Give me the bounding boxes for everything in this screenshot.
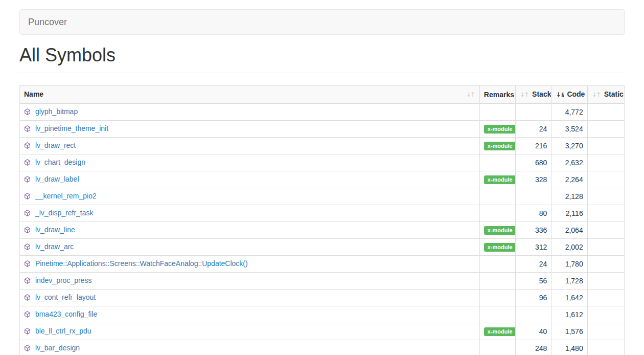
cube-icon [24, 226, 31, 236]
remarks-cell [479, 273, 515, 290]
column-label-name: Name [24, 90, 43, 98]
symbol-link[interactable]: glyph_bitmap [35, 107, 78, 116]
symbol-link[interactable]: bma423_config_file [35, 310, 97, 318]
symbol-link[interactable]: lv_draw_label [35, 175, 79, 183]
static-value [587, 121, 624, 138]
table-row: lv_draw_line x-module 336 2,064 [20, 222, 625, 239]
remarks-cell [479, 188, 515, 205]
code-value: 4,772 [551, 103, 587, 121]
sort-up-down-icon: ↓↑ [466, 90, 475, 100]
static-value [587, 273, 624, 290]
symbol-link[interactable]: _lv_disp_refr_task [35, 209, 94, 217]
name-cell: ble_ll_ctrl_rx_pdu [20, 323, 480, 340]
symbols-table: Name ↓↑ Remarks ↓↑ Stack ↓za Code ↓↑ Sta… [19, 85, 625, 355]
table-row: Pinetime::Applications::Screens::WatchFa… [20, 256, 625, 273]
x-module-badge: x-module [484, 125, 516, 134]
navbar-brand-link[interactable]: Puncover [20, 10, 75, 34]
name-cell: lv_draw_label [20, 171, 480, 188]
symbol-link[interactable]: lv_pinetime_theme_init [35, 124, 108, 132]
column-header-static[interactable]: ↓↑ Static [587, 86, 624, 104]
name-cell: lv_draw_rect [20, 138, 480, 154]
x-module-badge: x-module [484, 327, 516, 336]
cube-icon [24, 259, 31, 270]
symbol-link[interactable]: lv_cont_refr_layout [35, 293, 96, 301]
x-module-badge: x-module [484, 175, 516, 184]
stack-value [516, 103, 551, 121]
cube-icon [24, 192, 31, 202]
static-value [587, 154, 624, 171]
stack-value: 312 [516, 239, 551, 256]
remarks-cell: x-module [479, 171, 515, 188]
symbol-link[interactable]: lv_chart_design [35, 158, 85, 166]
static-value [587, 222, 624, 239]
cube-icon [24, 141, 31, 151]
cube-icon [24, 158, 31, 168]
cube-icon [24, 293, 31, 303]
symbol-link[interactable]: lv_draw_arc [35, 242, 74, 251]
table-row: lv_draw_label x-module 328 2,264 [20, 171, 625, 188]
code-value: 1,728 [551, 273, 587, 290]
cube-icon [24, 242, 31, 253]
static-value [587, 256, 624, 273]
name-cell: Pinetime::Applications::Screens::WatchFa… [20, 256, 480, 273]
remarks-cell: x-module [479, 138, 515, 154]
code-value: 2,002 [551, 239, 587, 256]
code-value: 1,480 [551, 340, 587, 355]
stack-value: 96 [516, 290, 551, 306]
static-value [587, 323, 624, 340]
remarks-cell: x-module [479, 239, 515, 256]
x-module-badge: x-module [484, 142, 516, 150]
remarks-cell [479, 290, 515, 306]
column-header-stack[interactable]: ↓↑ Stack [516, 86, 551, 104]
cube-icon [24, 107, 31, 118]
symbol-link[interactable]: __kernel_rem_pio2 [35, 192, 97, 200]
column-label-static: Static [604, 90, 624, 98]
column-header-code[interactable]: ↓za Code [551, 86, 587, 104]
table-row: glyph_bitmap 4,772 [20, 103, 625, 121]
remarks-cell [479, 205, 515, 222]
column-header-name[interactable]: Name ↓↑ [20, 86, 480, 104]
static-value [587, 205, 624, 222]
cube-icon [24, 276, 31, 286]
static-value [587, 290, 624, 306]
table-row: lv_cont_refr_layout 96 1,642 [20, 290, 625, 306]
x-module-badge: x-module [484, 243, 516, 252]
symbol-link[interactable]: ble_ll_ctrl_rx_pdu [35, 327, 91, 335]
symbol-link[interactable]: indev_proc_press [35, 276, 92, 284]
sort-up-down-icon: ↓↑ [592, 90, 601, 100]
code-value: 1,780 [551, 256, 587, 273]
page-header: All Symbols [19, 45, 625, 73]
stack-value: 56 [516, 273, 551, 290]
remarks-cell [479, 306, 515, 323]
static-value [587, 103, 624, 121]
name-cell: _lv_disp_refr_task [20, 205, 480, 222]
code-value: 2,128 [551, 188, 587, 205]
cube-icon [24, 209, 31, 219]
table-row: __kernel_rem_pio2 2,128 [20, 188, 625, 205]
stack-value: 680 [516, 154, 551, 171]
symbol-link[interactable]: lv_draw_rect [35, 141, 76, 149]
stack-value: 248 [516, 340, 551, 355]
name-cell: glyph_bitmap [20, 103, 480, 121]
page-container: Puncover All Symbols Name ↓↑ Remarks ↓↑ [0, 9, 644, 355]
name-cell: lv_bar_design [20, 340, 480, 355]
name-cell: lv_cont_refr_layout [20, 290, 480, 306]
cube-icon [24, 124, 31, 135]
stack-value: 336 [516, 222, 551, 239]
stack-value [516, 306, 551, 323]
symbol-link[interactable]: lv_bar_design [35, 344, 80, 352]
remarks-cell [479, 154, 515, 171]
cube-icon [24, 344, 31, 354]
cube-icon [24, 327, 31, 337]
symbol-link[interactable]: lv_draw_line [35, 226, 75, 234]
code-value: 1,612 [551, 306, 587, 323]
name-cell: indev_proc_press [20, 273, 480, 290]
stack-value: 24 [516, 121, 551, 138]
remarks-cell: x-module [479, 222, 515, 239]
name-cell: lv_chart_design [20, 154, 480, 171]
remarks-cell [479, 340, 515, 355]
remarks-cell [479, 103, 515, 121]
remarks-cell [479, 256, 515, 273]
symbol-link[interactable]: Pinetime::Applications::Screens::WatchFa… [35, 259, 248, 268]
code-value: 2,632 [551, 154, 587, 171]
